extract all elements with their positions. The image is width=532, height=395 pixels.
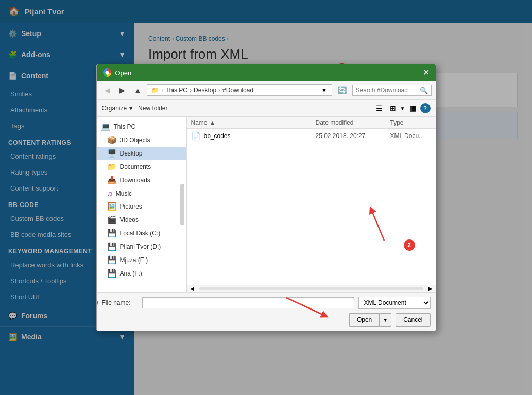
file-list-scrollbar[interactable]: ◀ ▶: [187, 285, 436, 292]
filename-input[interactable]: [142, 297, 354, 308]
pijani-tvor-d-icon: 💾: [107, 242, 117, 251]
documents-icon: 📁: [107, 162, 117, 171]
cancel-button[interactable]: Cancel: [396, 313, 430, 327]
search-icon: 🔍: [420, 87, 428, 94]
dialog-toolbar2: Organize ▼ New folder ☰ ⊞ ▼ ▦ ?: [97, 100, 436, 117]
annotation-3: 3: [96, 297, 98, 308]
path-dropdown-icon: ▼: [321, 87, 328, 94]
3d-objects-icon: 📦: [107, 135, 117, 145]
refresh-button[interactable]: 🔄: [334, 84, 350, 96]
col-header-type[interactable]: Type: [390, 119, 432, 126]
search-bar: 🔍: [352, 85, 432, 96]
file-list-panel: Name ▲ Date modified Type 📄 bb_codes 25.…: [187, 117, 436, 292]
filename-label: File name:: [102, 299, 138, 306]
forward-button[interactable]: ▶: [116, 84, 129, 96]
open-button[interactable]: Open: [349, 313, 379, 327]
sidebar-videos[interactable]: 🎬 Videos: [97, 213, 186, 227]
sidebar-documents[interactable]: 📁 Documents: [97, 160, 186, 174]
preview-pane-button[interactable]: ▦: [406, 102, 419, 114]
dialog-title: Open: [115, 69, 132, 77]
file-dialog-overlay: Open ✕ ◀ ▶ ▲ 📁 › This PC › Desktop › #Do…: [0, 0, 532, 395]
sidebar-desktop[interactable]: 🖥️ Desktop: [97, 147, 186, 160]
dialog-sidebar-panel: 💻 This PC 📦 3D Objects 🖥️ Desktop 📁 Docu…: [97, 117, 187, 292]
music-icon: ♫: [107, 189, 113, 198]
col-header-name[interactable]: Name ▲: [191, 119, 316, 126]
dialog-titlebar: Open ✕: [97, 64, 436, 81]
organize-button[interactable]: Organize ▼: [102, 105, 134, 112]
open-dropdown-button[interactable]: ▼: [379, 313, 391, 327]
help-button[interactable]: ?: [420, 103, 431, 113]
view-tiles-button[interactable]: ⊞: [387, 102, 399, 114]
path-sep1: ›: [161, 87, 163, 94]
mjuza-e-icon: 💾: [107, 255, 117, 265]
filename-row: 3 File name: XML Document: [102, 297, 431, 309]
sidebar-pictures[interactable]: 🖼️ Pictures: [97, 200, 186, 213]
videos-icon: 🎬: [107, 215, 117, 225]
dialog-nav-toolbar: ◀ ▶ ▲ 📁 › This PC › Desktop › #Download …: [97, 81, 436, 100]
dialog-buttons: Open ▼ Cancel: [102, 313, 431, 327]
ana-f-icon: 💾: [107, 269, 117, 278]
svg-line-1: [371, 210, 384, 241]
back-button[interactable]: ◀: [101, 84, 114, 96]
file-list-header: Name ▲ Date modified Type: [187, 117, 436, 129]
sidebar-ana-f[interactable]: 💾 Ana (F:): [97, 267, 186, 280]
sidebar-scrollbar[interactable]: [180, 184, 184, 225]
sidebar-downloads[interactable]: 📥 Downloads: [97, 174, 186, 187]
scroll-left-btn[interactable]: ◀: [187, 286, 197, 291]
path-folder: #Download: [222, 87, 253, 94]
path-desktop: Desktop: [194, 87, 216, 94]
search-input[interactable]: [356, 87, 418, 94]
local-disk-c-icon: 💾: [107, 229, 117, 238]
file-dialog: Open ✕ ◀ ▶ ▲ 📁 › This PC › Desktop › #Do…: [96, 64, 436, 331]
downloads-icon: 📥: [107, 176, 117, 185]
path-this-pc: This PC: [165, 87, 187, 94]
sidebar-mjuza-e[interactable]: 💾 Mjuza (E:): [97, 253, 186, 267]
annotation-2: 2: [404, 239, 415, 251]
filetype-select[interactable]: XML Document: [358, 297, 431, 309]
path-sep3: ›: [218, 87, 220, 94]
dialog-close-button[interactable]: ✕: [423, 68, 430, 77]
sidebar-3d-objects[interactable]: 📦 3D Objects: [97, 133, 186, 147]
organize-dropdown-icon: ▼: [128, 105, 134, 112]
xml-file-icon: 📄: [191, 131, 201, 141]
view-dropdown-icon: ▼: [400, 106, 405, 111]
open-button-group: Open ▼: [349, 313, 391, 327]
file-date: 25.02.2018. 20:27: [316, 132, 390, 140]
dialog-footer: 3 File name: XML Document: [97, 292, 436, 331]
scrollbar-track: [199, 287, 423, 290]
desktop-icon: 🖥️: [107, 149, 117, 158]
up-button[interactable]: ▲: [131, 84, 145, 96]
computer-icon: 💻: [101, 122, 111, 131]
sidebar-this-pc[interactable]: 💻 This PC: [97, 120, 186, 133]
file-row-bb-codes[interactable]: 📄 bb_codes 25.02.2018. 20:27 XML Docu...: [187, 129, 436, 143]
path-sep2: ›: [190, 87, 192, 94]
file-type: XML Docu...: [390, 132, 432, 140]
arrow-2: [369, 204, 410, 246]
chrome-icon: [103, 68, 111, 77]
view-buttons: ☰ ⊞ ▼ ▦ ?: [373, 102, 431, 114]
pictures-icon: 🖼️: [107, 202, 117, 211]
path-folder-icon: 📁: [151, 87, 159, 94]
col-header-date[interactable]: Date modified: [316, 119, 390, 126]
new-folder-button[interactable]: New folder: [138, 105, 167, 112]
path-bar: 📁 › This PC › Desktop › #Download ▼: [147, 84, 332, 96]
sidebar-music[interactable]: ♫ Music: [97, 187, 186, 200]
sidebar-local-disk-c[interactable]: 💾 Local Disk (C:): [97, 227, 186, 240]
view-details-button[interactable]: ☰: [373, 102, 386, 114]
sidebar-pijani-tvor-d[interactable]: 💾 Pijani Tvor (D:): [97, 240, 186, 253]
dialog-body: 💻 This PC 📦 3D Objects 🖥️ Desktop 📁 Docu…: [97, 117, 436, 292]
scroll-right-btn[interactable]: ▶: [425, 286, 436, 291]
sort-arrow-icon: ▲: [210, 119, 216, 126]
